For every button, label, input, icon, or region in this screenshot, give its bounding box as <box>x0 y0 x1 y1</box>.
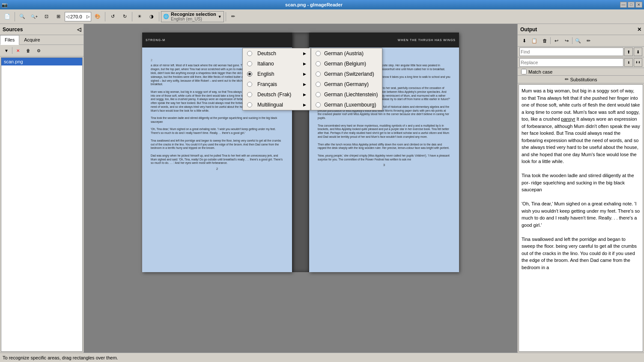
output-undo-btn[interactable]: ↩ <box>552 36 561 45</box>
italiano-radio <box>247 61 252 66</box>
output-redo-btn[interactable]: ↪ <box>562 36 571 45</box>
sources-toolbar-sep <box>12 47 12 54</box>
replace-input[interactable] <box>519 58 623 67</box>
lang-italiano[interactable]: Italiano ▶ <box>243 59 310 69</box>
lang-sublabel: English (en_US) <box>171 17 216 21</box>
rotate-ccw-icon: ◁ <box>66 14 69 19</box>
close-window-button[interactable]: ✕ <box>635 2 642 8</box>
output-toolbar: ⬇ 📋 🗑 ↩ ↪ 🔍 ✏ <box>518 35 644 47</box>
german-liechtenstein-label: German (Liechtenstein) <box>324 92 378 98</box>
output-clear-btn[interactable]: 🗑 <box>540 36 549 45</box>
contrast-button[interactable]: ◑ <box>146 11 157 22</box>
output-search-btn[interactable]: 🔍 <box>573 36 583 45</box>
zoom-out-button[interactable]: 🔍 <box>17 11 28 22</box>
new-button[interactable]: 📄 <box>2 11 13 22</box>
sources-header: Sources ◁ <box>0 24 83 35</box>
german-germany[interactable]: German (Germany) <box>311 79 382 89</box>
lang-submenu: German (Austria) German (Belgium) German… <box>311 48 382 110</box>
sources-dropdown-btn[interactable]: ▼ <box>2 46 11 55</box>
page4-header-text: WHEN THE THRUSH HAS WINGS <box>398 38 456 42</box>
brightness-button[interactable]: ☀ <box>134 11 145 22</box>
lang-deutsch-frak[interactable]: Deutsch (Frak) ▶ <box>243 89 310 100</box>
english-label: English <box>257 71 274 77</box>
rotate-ccw-button[interactable]: ↺ <box>107 11 118 22</box>
find-up-btn[interactable]: ⬆ <box>624 47 633 56</box>
maximize-button[interactable]: □ <box>628 2 635 8</box>
sources-delete-btn[interactable]: ✕ <box>13 46 23 55</box>
german-luxembourg-radio <box>316 102 321 107</box>
color-button[interactable]: 🎨 <box>92 11 103 22</box>
output-header: Output ✕ <box>518 24 644 35</box>
lang-francais[interactable]: Français ▶ <box>243 79 310 89</box>
statusbar: To recognize specific areas, drag rectan… <box>0 353 644 362</box>
output-panel: Output ✕ ⬇ 📋 🗑 ↩ ↪ 🔍 ✏ ⬆ ⬇ ⬇ ⬇⬇ Match ca… <box>517 24 644 353</box>
replace-btn[interactable]: ⬇ <box>624 58 633 67</box>
german-austria[interactable]: German (Austria) <box>311 48 382 59</box>
language-dropdown[interactable]: 🌐 Recognize selection English (en_US) ▼ <box>161 11 224 22</box>
deutsch-arrow: ▶ <box>303 51 306 56</box>
rotate-cw-button[interactable]: ↻ <box>119 11 130 22</box>
deutsch-frak-arrow: ▶ <box>303 92 306 97</box>
main-layout: Sources ◁ Files Acquire ▼ ✕ 🗑 ⚙ scan.png… <box>0 24 644 353</box>
toolbar-separator-1 <box>15 12 15 21</box>
find-down-btn[interactable]: ⬇ <box>634 47 642 56</box>
sources-arrow[interactable]: ◁ <box>77 27 81 33</box>
german-belgium[interactable]: German (Belgium) <box>311 59 382 69</box>
toolbar-separator-5 <box>226 12 226 21</box>
file-item-scan[interactable]: scan.png <box>1 58 82 65</box>
deutsch-radio <box>247 51 252 56</box>
pansyr-word: pansyr <box>561 116 575 122</box>
deutsch-frak-radio <box>247 92 252 97</box>
substitutions-icon: ✏ <box>565 77 569 82</box>
francais-radio <box>247 82 252 87</box>
english-radio <box>247 71 252 77</box>
window-title: scan.png - gImageReader <box>8 2 620 7</box>
german-liechtenstein[interactable]: German (Liechtenstein) <box>311 89 382 100</box>
zoom-in-button[interactable]: 🔍+ <box>29 11 40 22</box>
match-case-checkbox[interactable] <box>521 69 527 74</box>
zoom-value-input[interactable] <box>69 12 86 21</box>
file-list: scan.png <box>1 57 83 352</box>
substitutions-label: Substitutions <box>570 77 597 82</box>
tab-acquire[interactable]: Acquire <box>19 35 45 45</box>
zoom-orig-button[interactable]: ⊞ <box>53 11 64 22</box>
tab-files[interactable]: Files <box>0 35 19 45</box>
lang-dropdown-arrow: ▼ <box>218 15 222 19</box>
substitutions-bar[interactable]: ✏ Substitutions <box>518 76 644 83</box>
sources-title: Sources <box>3 27 23 33</box>
german-liechtenstein-radio <box>316 92 321 97</box>
english-arrow: ▶ <box>303 72 306 76</box>
page2-num: 2 <box>151 167 283 171</box>
german-switzerland[interactable]: German (Switzerland) <box>311 69 382 79</box>
lang-deutsch[interactable]: Deutsch ▶ <box>243 48 310 59</box>
output-title: Output <box>520 27 537 33</box>
output-save-btn[interactable]: ⬇ <box>519 36 529 45</box>
output-close-btn[interactable]: ✕ <box>637 27 641 33</box>
zoom-fit-button[interactable]: ⊡ <box>41 11 52 22</box>
output-sep2 <box>572 37 572 44</box>
lang-english[interactable]: English ▶ <box>243 69 310 79</box>
output-copy-btn[interactable]: 📋 <box>530 36 539 45</box>
multilingual-label: Multilingual <box>257 102 283 108</box>
ocr-button[interactable]: ✏ <box>228 11 239 22</box>
sources-clear-btn[interactable]: 🗑 <box>24 46 33 55</box>
minimize-button[interactable]: — <box>620 2 627 8</box>
output-edit-btn[interactable]: ✏ <box>584 36 593 45</box>
replace-all-btn[interactable]: ⬇⬇ <box>634 58 642 67</box>
sources-tabs: Files Acquire <box>0 35 83 45</box>
deutsch-frak-label: Deutsch (Frak) <box>257 92 291 98</box>
lang-icon: 🌐 <box>163 14 169 19</box>
lang-main-menu: Deutsch ▶ Italiano ▶ English <box>242 48 311 110</box>
german-luxembourg[interactable]: German (Luxembourg) <box>311 100 382 110</box>
output-text-area[interactable]: Mum was a big woman, but big in a soggy … <box>519 84 643 352</box>
find-input[interactable] <box>519 47 623 56</box>
lang-multilingual[interactable]: Multilingual ▶ <box>243 100 310 110</box>
multilingual-radio <box>247 102 252 107</box>
sources-settings-btn[interactable]: ⚙ <box>34 46 43 55</box>
german-switzerland-label: German (Switzerland) <box>324 71 374 77</box>
deutsch-label: Deutsch <box>257 50 276 56</box>
page4-header-img: WHEN THE THRUSH HAS WINGS <box>309 33 459 47</box>
francais-label: Français <box>257 81 277 87</box>
italiano-label: Italiano <box>257 61 274 67</box>
german-austria-label: German (Austria) <box>324 50 364 56</box>
